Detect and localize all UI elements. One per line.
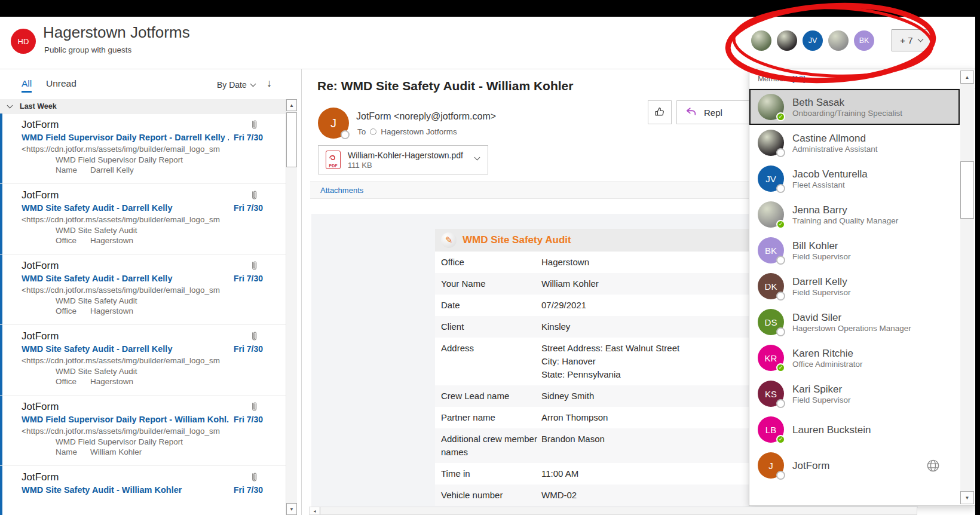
member-list-item[interactable]: KS ✓ Kari Spiker Field Supervisor [749, 376, 960, 412]
attachment-chip[interactable]: PDF William-Kohler-Hagerstown.pdf 111 KB [318, 145, 488, 174]
member-avatar[interactable]: JV [803, 30, 823, 51]
sender-avatar[interactable]: J [318, 108, 349, 139]
email-list-item[interactable]: JotForm WMD Site Safety Audit - William … [0, 466, 286, 515]
to-recipient[interactable]: Hagerstown Jotforms [381, 127, 457, 136]
email-preview-line [22, 496, 277, 507]
scroll-left-button[interactable]: ◂ [310, 507, 320, 514]
group-title: Hagerstown Jotforms [43, 23, 190, 42]
member-list-item[interactable]: BK ✓ Bill Kohler Field Supervisor [749, 232, 960, 268]
members-count-link[interactable]: [12] [792, 74, 806, 83]
email-list-item[interactable]: JotForm WMD Field Supervisor Daily Repor… [0, 114, 286, 184]
member-avatar: DS ✓ [758, 309, 784, 335]
sort-direction-button[interactable]: ↓ [267, 77, 272, 90]
member-list-item[interactable]: JB ✓ Jenna Barry Training and Quality Ma… [749, 197, 960, 232]
tab-all[interactable]: All [22, 78, 32, 93]
scrollbar-thumb[interactable] [960, 161, 974, 219]
member-name: Karen Ritchie [792, 347, 863, 360]
attachment-paperclip-icon [249, 471, 259, 485]
tab-unread[interactable]: Unread [46, 78, 76, 89]
thumbs-up-icon [653, 106, 666, 119]
reading-pane-horizontal-scrollbar[interactable]: ◂ [309, 507, 917, 515]
form-field-label: Partner name [435, 407, 541, 428]
form-title: WMD Site Safety Audit [463, 234, 571, 246]
section-header-last-week[interactable]: Last Week [0, 99, 286, 114]
group-header: HD Hagerstown Jotforms Public group with… [0, 17, 975, 69]
members-header-label: Members [758, 74, 790, 83]
chevron-down-icon[interactable] [474, 155, 480, 161]
presence-status-icon: ✓ [776, 363, 785, 372]
email-list-item[interactable]: JotForm WMD Site Safety Audit - Darrell … [0, 255, 286, 325]
group-avatar[interactable]: HD [11, 29, 36, 54]
more-members-label: + 7 [900, 35, 912, 45]
email-list-item[interactable]: JotForm WMD Site Safety Audit - Darrell … [0, 184, 286, 255]
member-avatar[interactable]: BS [751, 30, 771, 51]
preview-value: William Kohler [90, 447, 142, 456]
attachment-size: 111 KB [348, 161, 463, 170]
email-list-item[interactable]: JotForm WMD Field Supervisor Daily Repor… [0, 396, 286, 466]
presence-status-icon: ✓ [776, 256, 785, 265]
email-preview-url: <https://cdn.jotfor.ms/assets/img/builde… [22, 426, 277, 437]
members-scrollbar[interactable]: ▲ ▼ [960, 70, 974, 504]
email-subject: WMD Site Safety Audit - Darrell Kelly [22, 203, 229, 213]
email-preview-line: WMD Site Safety Audit [22, 296, 277, 306]
members-list: BS ✓ Beth Sasak Onboarding/Training Spec… [749, 89, 960, 505]
chevron-down-icon [250, 81, 256, 87]
member-list-item[interactable]: DS ✓ David Siler Hagerstown Operations M… [749, 304, 960, 340]
member-list-item[interactable]: LB ✓ Lauren Buckstein [749, 412, 960, 447]
presence-icon [370, 128, 376, 135]
member-avatar: JB ✓ [758, 201, 784, 228]
presence-status-icon: ✓ [776, 220, 785, 229]
scrollbar-thumb[interactable] [286, 112, 297, 167]
presence-status-icon: ✓ [776, 184, 785, 193]
message-list-scrollbar[interactable]: ▲ ▼ [286, 99, 297, 515]
member-list-item[interactable]: JV ✓ Jacob Venturella Fleet Assistant [749, 161, 960, 197]
preview-label: Office [56, 306, 90, 317]
email-list: JotForm WMD Field Supervisor Daily Repor… [0, 114, 286, 515]
email-preview-line: OfficeHagerstown [22, 235, 277, 246]
avatar-initials: LB [765, 425, 776, 435]
member-list-item[interactable]: DK ✓ Darrell Kelly Field Supervisor [749, 268, 960, 304]
member-avatar[interactable]: BK [854, 30, 874, 51]
email-subject: WMD Field Supervisor Daily Report - Will… [22, 415, 229, 424]
member-list-item[interactable]: CA ✓ Castine Allmond Administrative Assi… [749, 125, 960, 161]
scroll-down-button[interactable]: ▼ [960, 491, 974, 504]
preview-value: Hagerstown [90, 306, 133, 315]
attachment-paperclip-icon [249, 119, 259, 133]
more-members-button[interactable]: + 7 [892, 29, 931, 51]
sort-dropdown[interactable]: By Date [217, 80, 255, 90]
member-title: Fleet Assistant [792, 180, 868, 189]
email-date: Fri 7/30 [234, 274, 263, 283]
preview-value: Darrell Kelly [90, 165, 134, 174]
like-button[interactable] [648, 100, 672, 124]
preview-label: Office [56, 376, 90, 387]
member-avatar[interactable]: JB [828, 30, 849, 51]
member-name: David Siler [792, 311, 911, 324]
member-list-item[interactable]: KR ✓ Karen Ritchie Office Administrator [749, 340, 960, 376]
reply-arrow-icon [685, 106, 698, 118]
presence-status-icon: ✓ [776, 292, 785, 301]
email-preview-line: OfficeHagerstown [22, 376, 277, 387]
member-title: Office Administrator [792, 360, 863, 369]
email-sender: JotForm [22, 401, 277, 413]
scroll-down-button[interactable]: ▼ [286, 503, 297, 515]
chevron-expanded-icon [7, 102, 13, 108]
member-list-item[interactable]: J ✓ JotForm [749, 447, 960, 483]
presence-icon [341, 130, 350, 139]
member-avatar[interactable]: CA [777, 30, 797, 51]
preview-label: Office [56, 235, 90, 246]
email-date: Fri 7/30 [234, 133, 263, 142]
window-top-bar [0, 0, 980, 17]
avatar-initials: BK [859, 36, 869, 45]
attachment-paperclip-icon [249, 330, 259, 344]
email-preview-url: <https://cdn.jotfor.ms/assets/img/builde… [22, 285, 277, 296]
member-list-item[interactable]: BS ✓ Beth Sasak Onboarding/Training Spec… [749, 89, 960, 125]
pdf-label: PDF [326, 164, 340, 168]
scroll-up-button[interactable]: ▲ [960, 70, 974, 84]
member-name: Jenna Barry [792, 204, 898, 216]
section-label: Last Week [20, 102, 57, 111]
email-list-item[interactable]: JotForm WMD Site Safety Audit - Darrell … [0, 325, 286, 396]
form-field-label: Additional crew member names [435, 428, 541, 463]
member-avatar: KR ✓ [758, 345, 784, 371]
scroll-up-button[interactable]: ▲ [286, 99, 297, 111]
presence-status-icon: ✓ [776, 112, 785, 121]
